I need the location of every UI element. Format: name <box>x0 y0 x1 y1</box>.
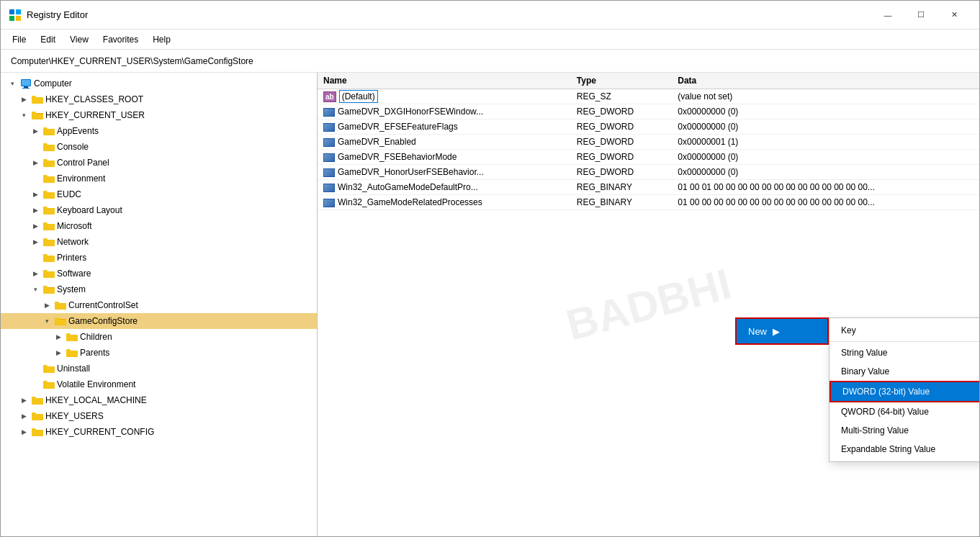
submenu-expandable-string-value[interactable]: Expandable String Value <box>830 440 979 459</box>
window-controls: — ☐ ✕ <box>871 4 971 27</box>
table-cell-name: GameDVR_HonorUserFSEBehavior... <box>318 165 571 180</box>
folder-icon-hkey-current-user <box>32 109 43 121</box>
tree-item-eudc[interactable]: ▶ EUDC <box>1 186 317 202</box>
table-cell-type: REG_BINARY <box>571 195 672 210</box>
tree-panel[interactable]: ▾ Computer ▶ HKEY_CLASSES_ROOT <box>1 73 318 536</box>
tree-item-computer[interactable]: ▾ Computer <box>1 76 317 91</box>
expander-hkey-current-config[interactable]: ▶ <box>18 426 30 438</box>
tree-item-hkey-local-machine[interactable]: ▶ HKEY_LOCAL_MACHINE <box>1 392 317 408</box>
expander-eudc[interactable]: ▶ <box>30 189 41 200</box>
submenu-dword-value[interactable]: DWORD (32-bit) Value <box>830 381 979 402</box>
expander-hkey-users[interactable]: ▶ <box>18 410 30 422</box>
table-row[interactable]: GameDVR_DXGIHonorFSEWindow...REG_DWORD0x… <box>318 104 979 119</box>
col-name[interactable]: Name <box>318 73 571 89</box>
submenu-divider-1 <box>830 341 979 342</box>
tree-label-system: System <box>57 284 86 294</box>
tree-item-system[interactable]: ▾ System <box>1 281 317 297</box>
expander-hkey-current-user[interactable]: ▾ <box>18 109 30 121</box>
tree-item-environment[interactable]: ▶ Environment <box>1 171 317 186</box>
submenu-qword-value[interactable]: QWORD (64-bit) Value <box>830 402 979 421</box>
folder-icon-appevents <box>43 125 55 137</box>
col-type[interactable]: Type <box>571 73 672 89</box>
table-row[interactable]: GameDVR_HonorUserFSEBehavior...REG_DWORD… <box>318 165 979 180</box>
col-data[interactable]: Data <box>672 73 979 89</box>
tree-label-control-panel: Control Panel <box>57 158 109 168</box>
tree-item-microsoft[interactable]: ▶ Microsoft <box>1 218 317 234</box>
new-button[interactable]: New ▶ <box>735 317 829 345</box>
table-row[interactable]: GameDVR_EnabledREG_DWORD0x00000001 (1) <box>318 135 979 150</box>
tree-label-parents: Parents <box>80 348 109 358</box>
menu-edit[interactable]: Edit <box>35 32 61 47</box>
svg-rect-5 <box>24 86 28 88</box>
tree-item-children[interactable]: ▶ Children <box>1 329 317 345</box>
tree-item-hkey-users[interactable]: ▶ HKEY_USERS <box>1 408 317 424</box>
submenu-key[interactable]: Key <box>830 321 979 340</box>
tree-item-hkey-current-config[interactable]: ▶ HKEY_CURRENT_CONFIG <box>1 424 317 440</box>
expander-network[interactable]: ▶ <box>30 236 41 248</box>
table-row[interactable]: GameDVR_FSEBehaviorModeREG_DWORD0x000000… <box>318 150 979 165</box>
tree-label-hkey-current-user: HKEY_CURRENT_USER <box>45 110 145 120</box>
window-title: Registry Editor <box>27 9 871 20</box>
expander-hkey-classes-root[interactable]: ▶ <box>18 94 30 105</box>
menu-view[interactable]: View <box>64 32 94 47</box>
folder-icon-parents <box>66 347 78 358</box>
address-path[interactable]: Computer\HKEY_CURRENT_USER\System\GameCo… <box>6 55 258 68</box>
tree-item-keyboard-layout[interactable]: ▶ Keyboard Layout <box>1 202 317 218</box>
tree-item-printers[interactable]: ▶ Printers <box>1 250 317 266</box>
folder-icon-system <box>43 284 55 295</box>
tree-label-appevents: AppEvents <box>57 126 99 136</box>
expander-children[interactable]: ▶ <box>53 331 64 343</box>
menu-favorites[interactable]: Favorites <box>97 32 144 47</box>
table-row[interactable]: ab(Default)REG_SZ(value not set) <box>318 89 979 104</box>
submenu-string-value[interactable]: String Value <box>830 343 979 362</box>
svg-rect-1 <box>16 9 21 14</box>
tree-label-hkey-current-config: HKEY_CURRENT_CONFIG <box>45 427 154 437</box>
minimize-button[interactable]: — <box>871 4 904 27</box>
tree-item-volatile-environment[interactable]: ▶ Volatile Environment <box>1 376 317 392</box>
folder-icon-printers <box>43 252 55 263</box>
folder-icon-current-control-set <box>55 299 66 311</box>
table-scroll[interactable]: Name Type Data ab(Default)REG_SZ(value n… <box>318 73 979 536</box>
main-content: ▾ Computer ▶ HKEY_CLASSES_ROOT <box>1 73 979 536</box>
tree-item-current-control-set[interactable]: ▶ CurrentControlSet <box>1 297 317 313</box>
expander-parents[interactable]: ▶ <box>53 347 64 358</box>
submenu-binary-value[interactable]: Binary Value <box>830 362 979 381</box>
tree-item-hkey-current-user[interactable]: ▾ HKEY_CURRENT_USER <box>1 107 317 123</box>
expander-control-panel[interactable]: ▶ <box>30 157 41 168</box>
close-button[interactable]: ✕ <box>938 4 971 27</box>
tree-item-hkey-classes-root[interactable]: ▶ HKEY_CLASSES_ROOT <box>1 91 317 107</box>
svg-rect-0 <box>9 9 14 14</box>
folder-icon-control-panel <box>43 157 55 168</box>
expander-computer[interactable]: ▾ <box>6 78 18 89</box>
expander-keyboard-layout[interactable]: ▶ <box>30 204 41 216</box>
expander-appevents[interactable]: ▶ <box>30 125 41 137</box>
expander-current-control-set[interactable]: ▶ <box>41 299 53 311</box>
table-row[interactable]: Win32_AutoGameModeDefaultPro...REG_BINAR… <box>318 180 979 195</box>
expander-microsoft[interactable]: ▶ <box>30 220 41 232</box>
tree-item-parents[interactable]: ▶ Parents <box>1 345 317 361</box>
tree-item-appevents[interactable]: ▶ AppEvents <box>1 123 317 139</box>
table-row[interactable]: GameDVR_EFSEFeatureFlagsREG_DWORD0x00000… <box>318 119 979 135</box>
expander-hkey-local-machine[interactable]: ▶ <box>18 394 30 406</box>
tree-item-control-panel[interactable]: ▶ Control Panel <box>1 155 317 171</box>
tree-item-gameconfigstore[interactable]: ▾ GameConfigStore <box>1 313 317 329</box>
tree-item-uninstall[interactable]: ▶ Uninstall <box>1 361 317 376</box>
expander-system[interactable]: ▾ <box>30 284 41 295</box>
table-cell-data: 01 00 01 00 00 00 00 00 00 00 00 00 00 0… <box>672 180 979 195</box>
tree-item-console[interactable]: ▶ Console <box>1 139 317 155</box>
tree-item-software[interactable]: ▶ Software <box>1 266 317 281</box>
table-cell-data: (value not set) <box>672 89 979 104</box>
table-row[interactable]: Win32_GameModeRelatedProcessesREG_BINARY… <box>318 195 979 210</box>
tree-label-current-control-set: CurrentControlSet <box>68 300 138 310</box>
expander-gameconfigstore[interactable]: ▾ <box>41 315 53 327</box>
tree-label-hkey-users: HKEY_USERS <box>45 411 104 421</box>
menu-file[interactable]: File <box>6 32 32 47</box>
tree-item-network[interactable]: ▶ Network <box>1 234 317 250</box>
maximize-button[interactable]: ☐ <box>904 4 938 27</box>
expander-software[interactable]: ▶ <box>30 268 41 279</box>
tree-label-keyboard-layout: Keyboard Layout <box>57 205 122 215</box>
menu-help[interactable]: Help <box>147 32 176 47</box>
tree-label-volatile-environment: Volatile Environment <box>57 379 135 389</box>
folder-icon-console <box>43 141 55 153</box>
submenu-multi-string-value[interactable]: Multi-String Value <box>830 421 979 440</box>
